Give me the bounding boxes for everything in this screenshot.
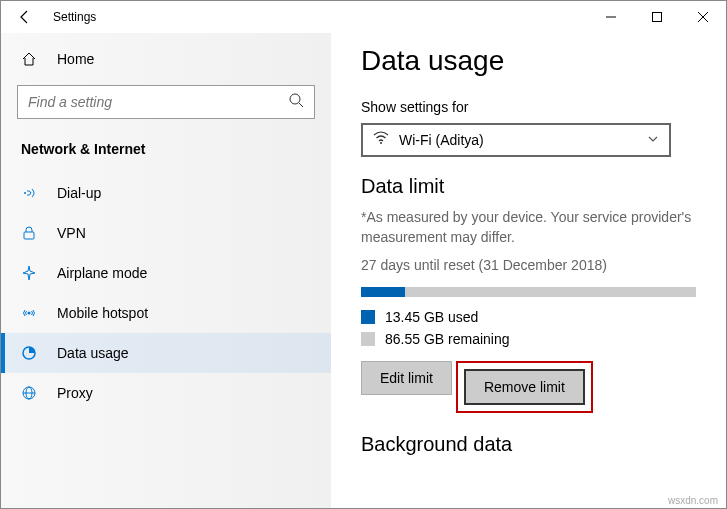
progress-bar [361, 287, 696, 297]
reset-text: 27 days until reset (31 December 2018) [361, 257, 696, 273]
svg-point-2 [290, 94, 300, 104]
section-header: Network & Internet [1, 135, 331, 173]
svg-point-11 [380, 142, 382, 144]
svg-point-6 [28, 312, 31, 315]
search-box[interactable] [17, 85, 315, 119]
svg-rect-5 [24, 232, 34, 239]
svg-rect-1 [653, 13, 662, 22]
remove-limit-button[interactable]: Remove limit [464, 369, 585, 405]
window-title: Settings [53, 10, 96, 24]
disclaimer-text: *As measured by your device. Your servic… [361, 208, 696, 247]
sidebar-item-datausage[interactable]: Data usage [1, 333, 331, 373]
progress-fill [361, 287, 405, 297]
network-dropdown[interactable]: Wi-Fi (Aditya) [361, 123, 671, 157]
back-button[interactable] [9, 1, 41, 33]
search-icon [288, 92, 304, 112]
minimize-button[interactable] [588, 1, 634, 33]
sidebar-item-vpn[interactable]: VPN [1, 213, 331, 253]
remaining-text: 86.55 GB remaining [385, 331, 510, 347]
home-label: Home [57, 51, 94, 67]
airplane-icon [21, 265, 41, 281]
used-text: 13.45 GB used [385, 309, 478, 325]
sidebar-item-airplane[interactable]: Airplane mode [1, 253, 331, 293]
sidebar-item-label: Dial-up [57, 185, 101, 201]
arrow-left-icon [17, 9, 33, 25]
background-data-header: Background data [361, 433, 696, 456]
sidebar-item-label: Airplane mode [57, 265, 147, 281]
main-content: Data usage Show settings for Wi-Fi (Adit… [331, 33, 726, 508]
sidebar-item-label: Proxy [57, 385, 93, 401]
sidebar-item-label: Data usage [57, 345, 129, 361]
sidebar: Home Network & Internet Dial-up VPN [1, 33, 331, 508]
dialup-icon [21, 185, 41, 201]
remaining-row: 86.55 GB remaining [361, 331, 696, 347]
maximize-icon [652, 12, 662, 22]
remove-limit-highlight: Remove limit [456, 361, 593, 413]
sidebar-item-label: VPN [57, 225, 86, 241]
maximize-button[interactable] [634, 1, 680, 33]
titlebar: Settings [1, 1, 726, 33]
sidebar-item-label: Mobile hotspot [57, 305, 148, 321]
wifi-icon [373, 131, 389, 149]
close-button[interactable] [680, 1, 726, 33]
minimize-icon [606, 12, 616, 22]
sidebar-item-proxy[interactable]: Proxy [1, 373, 331, 413]
chevron-down-icon [647, 131, 659, 149]
datausage-icon [21, 345, 41, 361]
proxy-icon [21, 385, 41, 401]
search-input[interactable] [28, 94, 288, 110]
vpn-icon [21, 225, 41, 241]
svg-point-4 [24, 192, 26, 194]
used-row: 13.45 GB used [361, 309, 696, 325]
page-title: Data usage [361, 45, 696, 77]
close-icon [698, 12, 708, 22]
dropdown-value: Wi-Fi (Aditya) [399, 132, 647, 148]
remaining-swatch [361, 332, 375, 346]
hotspot-icon [21, 305, 41, 321]
button-row: Edit limit Remove limit [361, 361, 696, 413]
data-limit-header: Data limit [361, 175, 696, 198]
watermark: wsxdn.com [668, 495, 718, 506]
edit-limit-button[interactable]: Edit limit [361, 361, 452, 395]
home-icon [21, 51, 41, 67]
svg-line-3 [299, 103, 303, 107]
window-controls [588, 1, 726, 33]
used-swatch [361, 310, 375, 324]
show-settings-label: Show settings for [361, 99, 696, 115]
sidebar-item-hotspot[interactable]: Mobile hotspot [1, 293, 331, 333]
sidebar-item-dialup[interactable]: Dial-up [1, 173, 331, 213]
home-button[interactable]: Home [1, 41, 331, 77]
